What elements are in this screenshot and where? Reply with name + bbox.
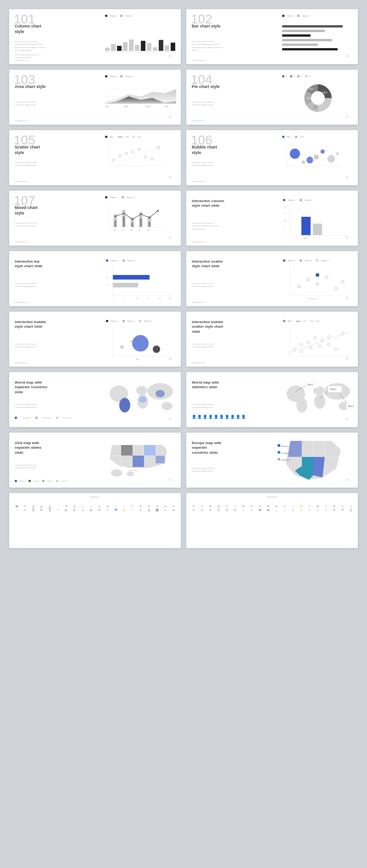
interactive-chart: Region 1 Region 2 Region 3 May — [106, 320, 177, 363]
icon-cell: ✪ — [314, 505, 321, 508]
legend-dot-1 — [105, 136, 107, 138]
icon-cell: ✫ — [322, 505, 329, 508]
bar-8 — [147, 43, 151, 51]
bubble-chart — [282, 140, 353, 174]
slide-title: World map with separate countries slide — [15, 380, 49, 395]
slide-body: Lorem ipsum dolor sit amet consectetur a… — [192, 403, 223, 411]
link-strip: raventheme.com — [192, 180, 206, 182]
person-icon-5: 👤 — [214, 415, 218, 419]
legend-dot-1 — [106, 259, 108, 262]
legend-dot-1 — [105, 75, 107, 77]
column-chart — [105, 19, 176, 51]
slide-title: USA map with separate states slide. — [15, 441, 49, 455]
svg-text:Category 3: Category 3 — [281, 459, 290, 461]
icon-cell: ✬ — [330, 505, 338, 508]
raven-logo: 𝓡 — [168, 293, 176, 302]
bubble-scatter-svg — [283, 324, 352, 361]
svg-point-128 — [119, 398, 130, 412]
icon-cell: ⌘ — [38, 509, 45, 511]
slide-body: Lorem ipsum dolor sit amet consectetur a… — [15, 40, 46, 60]
icon-cell: ⊕ — [71, 505, 78, 508]
svg-point-130 — [139, 396, 146, 403]
svg-text:0: 0 — [284, 233, 285, 236]
mixed-chart: Jan Feb Mar Apr May — [105, 200, 176, 234]
raven-logo: 𝓡 — [168, 475, 176, 483]
icon-cell: ⚑ — [330, 509, 338, 511]
svg-point-54 — [132, 219, 133, 220]
link-strip: raventheme.com — [15, 120, 28, 122]
svg-text:5: 5 — [124, 297, 126, 300]
slide-111: Interactive bubble style chart slide Lor… — [9, 312, 181, 367]
link-strip: raventheme.com — [15, 301, 28, 303]
icon-cell: ♡ — [54, 505, 61, 508]
legend-dot-3 — [133, 136, 135, 138]
legend-dot-1 — [105, 196, 107, 198]
person-icon-8: 👤 — [230, 415, 235, 419]
svg-point-37 — [327, 155, 335, 163]
dot-4 — [56, 480, 58, 482]
legend-label-1: Region 1 — [110, 75, 117, 77]
hbar-1 — [282, 25, 343, 27]
legend-label-1: Region 1 — [287, 15, 295, 17]
svg-point-100 — [132, 335, 149, 352]
svg-text:May: May — [136, 358, 139, 360]
icon-cell: ■ — [71, 509, 78, 511]
legend-dot-4 — [305, 75, 307, 77]
icon-cell: ⚅ — [231, 509, 239, 511]
legend-label-3: C — [301, 75, 302, 77]
link-text: raventheme.com — [15, 180, 28, 182]
icon-grid-2: ♥♦✿❀✦✧❋✢✣✤✥✦✧✨✩✪✫✬✭✮⚀⚁⚂⚃⚄⚅⚆⚇⚈⚉⚊⚋⚌⚍⚎⚏⚐⚑⚒⚓ — [190, 505, 354, 511]
svg-point-26 — [150, 158, 153, 160]
bar-4 — [123, 42, 128, 51]
svg-text:10: 10 — [284, 220, 286, 222]
icon-cell: ☁ — [38, 505, 45, 508]
svg-point-108 — [293, 348, 296, 351]
legend-dot-2 — [297, 15, 300, 17]
dot-2 — [35, 417, 38, 419]
icon-cell: ✮ — [347, 505, 354, 508]
legend: A B C D — [282, 75, 353, 77]
icon-cell: ⏎ — [54, 509, 61, 511]
icon-cell: ♠ — [161, 509, 169, 511]
slide-title: Area chart style — [15, 84, 47, 90]
icon-cell: ✧ — [231, 505, 239, 508]
svg-point-101 — [153, 346, 160, 353]
link-strip: raventheme.com — [15, 241, 28, 243]
icon-cell: ⚡ — [120, 509, 128, 511]
icon-cell: ⬇ — [153, 505, 161, 508]
slide-title: Bubble chart style — [192, 145, 224, 155]
icon-cell: ☀ — [104, 509, 111, 511]
raven-logo: 𝓡 — [168, 51, 176, 60]
dot-1 — [15, 417, 17, 419]
svg-rect-51 — [149, 222, 150, 227]
slide-105: 105 Scatter chart style Lorem ipsum dolo… — [9, 130, 181, 185]
svg-text:𝓡: 𝓡 — [346, 296, 349, 300]
slide-109: Interactive bar style chart slide Lorem … — [9, 251, 181, 306]
raven-logo: 𝓡 — [168, 172, 176, 181]
slide-title: Scatter chart style — [15, 145, 47, 155]
dot-2 — [28, 480, 31, 482]
svg-text:April: April — [304, 237, 307, 239]
svg-text:May: May — [147, 229, 150, 231]
svg-point-117 — [309, 346, 312, 349]
svg-text:Category 1: Category 1 — [281, 445, 290, 447]
svg-point-55 — [140, 214, 142, 215]
icon-cell: ✥ — [272, 505, 280, 508]
slide-body: Lorem ipsum dolor sit amet consectetur a… — [15, 101, 46, 108]
icon-cell: ⚀ — [190, 509, 197, 511]
legend: May June — [282, 136, 353, 138]
hbar-5 — [282, 44, 318, 46]
link-text: raventheme.com — [192, 241, 206, 243]
svg-text:10: 10 — [136, 297, 138, 300]
svg-text:𝓡: 𝓡 — [346, 54, 349, 58]
raven-logo: 𝓡 — [345, 172, 353, 181]
legend-dot-3 — [316, 259, 318, 262]
svg-point-52 — [114, 215, 116, 217]
icon-cell: ⚄ — [223, 509, 230, 511]
icon-cell: ☎ — [13, 505, 20, 508]
slide-115: USA map with separate states slide. Lore… — [9, 433, 181, 488]
legend: Region 1 Region 2 — [282, 15, 353, 17]
svg-point-57 — [157, 210, 159, 212]
icon-cell: ◎ — [95, 505, 103, 508]
svg-point-113 — [328, 343, 330, 346]
